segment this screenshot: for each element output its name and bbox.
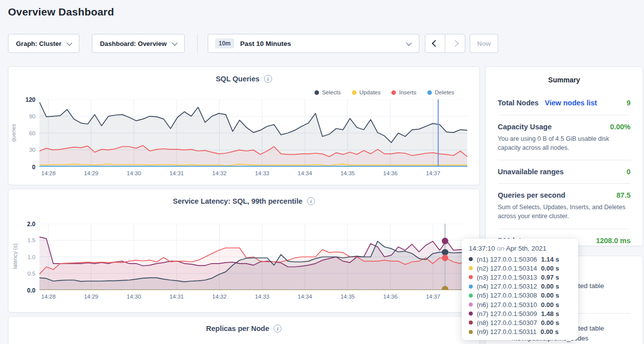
summary-divider <box>498 115 631 115</box>
x-axis-tick: 14:32 <box>208 294 230 300</box>
x-axis-tick: 14:36 <box>379 294 401 300</box>
chevron-left-icon <box>431 40 438 47</box>
info-icon[interactable]: i <box>274 325 282 333</box>
x-axis-tick: 14:31 <box>166 294 188 300</box>
info-icon[interactable]: i <box>264 75 272 83</box>
legend-item-updates[interactable]: Updates <box>352 89 381 95</box>
tooltip-timestamp: 14:37:10 on Apr 5th, 2021 <box>469 245 571 252</box>
total-nodes-label: Total Nodes <box>498 99 539 107</box>
x-axis-tick: 14:34 <box>294 170 316 176</box>
x-axis-tick: 14:30 <box>123 294 145 300</box>
now-button-label: Now <box>477 40 491 47</box>
time-nav-group <box>425 34 465 53</box>
tooltip-node-row: (n6) 127.0.0.1:503100.00 s <box>469 300 571 309</box>
dashboard-dropdown[interactable]: Dashboard: Overview <box>92 34 185 53</box>
y-axis-tick: 90 <box>13 113 35 119</box>
tooltip-node-row: (n9) 127.0.0.1:503110.00 s <box>469 328 571 337</box>
capacity-desc: You are using 0 B of 4.5 GiB usable disk… <box>498 134 631 152</box>
y-axis-tick: 60 <box>13 130 35 136</box>
summary-title: Summary <box>486 76 643 84</box>
qps-desc: Sum of Selects, Updates, Inserts, and De… <box>498 203 631 221</box>
tooltip-node-row: (n1) 127.0.0.1:503061.14 s <box>469 255 571 264</box>
legend-item-selects[interactable]: Selects <box>315 89 341 95</box>
summary-divider <box>498 183 631 184</box>
x-axis-tick: 14:29 <box>80 170 102 176</box>
chevron-down-icon <box>66 40 72 45</box>
capacity-label: Capacity Usage <box>498 123 552 131</box>
p99-value: 1208.0 ms <box>596 237 631 245</box>
qps-row: Queries per second 87.5 <box>498 191 631 199</box>
node-color-dot <box>469 266 473 270</box>
x-axis-tick: 14:31 <box>166 170 188 176</box>
chevron-down-icon <box>172 40 177 45</box>
graph-dropdown-label: Graph: Cluster <box>16 40 61 47</box>
capacity-row: Capacity Usage 0.00% <box>498 123 631 131</box>
node-color-dot <box>469 312 473 316</box>
chevron-down-icon <box>406 40 411 45</box>
unavailable-row: Unavailable ranges 0 <box>498 168 631 176</box>
tooltip-node-row: (n4) 127.0.0.1:503120.00 s <box>469 282 571 291</box>
legend-item-inserts[interactable]: Inserts <box>391 89 416 95</box>
info-icon[interactable]: i <box>307 197 315 205</box>
service-latency-chart[interactable] <box>39 224 467 290</box>
chevron-right-icon <box>451 40 458 47</box>
sql-queries-legend: SelectsUpdatesInsertsDeletes <box>315 89 454 95</box>
time-prev-button[interactable] <box>425 34 445 52</box>
qps-label: Queries per second <box>498 191 565 199</box>
node-color-dot <box>469 294 473 298</box>
time-range-label: Past 10 Minutes <box>240 40 291 47</box>
y-axis-tick: 120 <box>13 96 35 103</box>
tooltip-node-row: (n5) 127.0.0.1:503080.00 s <box>469 291 571 300</box>
now-button[interactable]: Now <box>470 34 498 53</box>
sql-queries-card: SQL Queries i SelectsUpdatesInsertsDelet… <box>8 66 480 185</box>
x-axis-tick: 14:37 <box>422 170 444 176</box>
x-axis-tick: 14:28 <box>37 294 59 300</box>
sql-queries-title-row: SQL Queries i <box>8 75 479 83</box>
x-axis-tick: 14:32 <box>208 170 230 176</box>
legend-dot <box>315 90 319 95</box>
summary-divider <box>498 229 631 229</box>
node-color-dot <box>469 330 473 334</box>
legend-dot <box>391 90 396 95</box>
legend-dot <box>352 90 356 95</box>
service-latency-title: Service Latency: SQL, 99th percentile <box>173 197 303 205</box>
time-range-badge: 10m <box>215 38 234 48</box>
x-axis-tick: 14:37 <box>422 294 444 300</box>
total-nodes-value: 9 <box>627 99 631 107</box>
sql-queries-chart[interactable] <box>39 99 467 167</box>
unavailable-label: Unavailable ranges <box>498 168 564 176</box>
y-axis-tick: 0 <box>13 164 35 171</box>
node-color-dot <box>469 275 473 279</box>
time-range-selector[interactable]: 10m Past 10 Minutes <box>208 34 419 53</box>
node-color-dot <box>469 257 473 261</box>
y-axis-tick: 2.0 <box>13 221 35 228</box>
x-axis-tick: 14:33 <box>251 170 273 176</box>
y-axis-tick: 1.5 <box>13 237 35 243</box>
graph-dropdown[interactable]: Graph: Cluster <box>8 34 79 53</box>
view-nodes-list-link[interactable]: View nodes list <box>545 99 597 107</box>
node-color-dot <box>469 303 473 307</box>
dashboard-dropdown-label: Dashboard: Overview <box>100 40 167 47</box>
node-color-dot <box>469 321 473 325</box>
y-axis-tick: 1.0 <box>13 254 35 260</box>
x-axis-tick: 14:35 <box>336 294 358 300</box>
capacity-value: 0.00% <box>610 123 631 131</box>
legend-item-deletes[interactable]: Deletes <box>427 89 454 95</box>
y-axis-tick: 30 <box>13 147 35 153</box>
tooltip-node-row: (n8) 127.0.0.1:503070.00 s <box>469 318 571 327</box>
page-title: Overview Dashboard <box>8 6 114 18</box>
controls-divider <box>197 34 198 53</box>
x-axis-tick: 14:29 <box>80 294 102 300</box>
sql-queries-title: SQL Queries <box>216 75 260 83</box>
total-nodes-row: Total Nodes View nodes list 9 <box>498 98 631 107</box>
service-latency-card: Service Latency: SQL, 99th percentile i … <box>8 189 480 313</box>
x-axis-tick: 14:35 <box>336 170 358 176</box>
replicas-title-row: Replicas per Node i <box>8 325 479 333</box>
replicas-title: Replicas per Node <box>206 325 270 333</box>
tooltip-node-row: (n2) 127.0.0.1:503140.00 s <box>469 264 571 273</box>
y-axis-tick: 0.0 <box>13 287 35 294</box>
tooltip-node-row: (n7) 127.0.0.1:503091.48 s <box>469 309 571 318</box>
overview-dashboard-page: Overview Dashboard Graph: Cluster Dashbo… <box>0 0 644 344</box>
time-next-button[interactable] <box>445 34 465 52</box>
replicas-card: Replicas per Node i <box>8 316 480 344</box>
